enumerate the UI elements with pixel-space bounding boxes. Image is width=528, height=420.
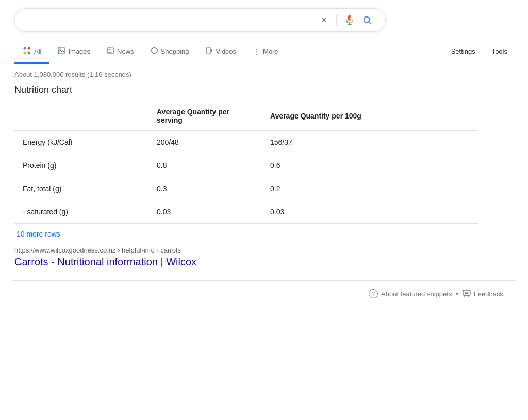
tab-images[interactable]: Images xyxy=(50,41,98,63)
svg-point-9 xyxy=(60,48,61,49)
nutrient-cell: Protein (g) xyxy=(14,154,148,177)
tab-more[interactable]: ⋮ More xyxy=(244,41,287,63)
all-icon xyxy=(23,46,31,56)
nutrition-table: Average Quantity per serving Average Qua… xyxy=(14,104,478,224)
clear-search-button[interactable]: ✕ xyxy=(316,15,332,25)
search-bar-row: carrots nutritional value per 100g ✕ xyxy=(12,8,516,32)
source-section: https://www.wilcoxgoodness.co.nz › helpf… xyxy=(12,240,516,272)
voice-search-button[interactable] xyxy=(341,14,358,26)
tab-all[interactable]: All xyxy=(14,40,50,64)
tab-tools[interactable]: Tools xyxy=(484,41,516,63)
tab-tools-label: Tools xyxy=(492,47,507,55)
svg-point-4 xyxy=(24,47,26,50)
footer-about[interactable]: ? About featured snippets xyxy=(369,289,452,298)
tab-settings[interactable]: Settings xyxy=(443,41,484,63)
per-serving-cell: 0.03 xyxy=(148,200,262,224)
news-icon xyxy=(107,47,114,56)
per-serving-cell: 0.3 xyxy=(148,177,262,200)
table-row: Energy (kJ/Cal) 200/48 156/37 xyxy=(14,131,478,154)
table-row: Fat, total (g) 0.3 0.2 xyxy=(14,177,478,200)
results-count: About 1,080,000 results (1.16 seconds) xyxy=(12,64,516,82)
footer-feedback[interactable]: Feedback xyxy=(463,290,503,298)
more-icon: ⋮ xyxy=(253,47,260,56)
footer-bar: ? About featured snippets • Feedback xyxy=(12,280,516,307)
search-input[interactable]: carrots nutritional value per 100g xyxy=(24,15,316,25)
svg-point-7 xyxy=(28,52,30,54)
svg-marker-16 xyxy=(211,49,212,52)
svg-rect-8 xyxy=(58,47,64,54)
tab-videos-label: Videos xyxy=(216,47,237,55)
svg-rect-15 xyxy=(206,48,211,53)
nav-right: Settings Tools xyxy=(443,41,516,63)
tab-more-label: More xyxy=(263,47,278,55)
nutrient-cell: Energy (kJ/Cal) xyxy=(14,131,148,154)
search-bar: carrots nutritional value per 100g ✕ xyxy=(14,8,386,32)
footer-dot: • xyxy=(456,290,458,298)
feedback-label: Feedback xyxy=(474,290,503,298)
svg-point-6 xyxy=(24,52,26,54)
table-row: Protein (g) 0.8 0.6 xyxy=(14,154,478,177)
images-icon xyxy=(58,47,65,56)
svg-marker-14 xyxy=(151,47,157,54)
source-url: https://www.wilcoxgoodness.co.nz › helpf… xyxy=(14,246,514,254)
source-url-text: https://www.wilcoxgoodness.co.nz › helpf… xyxy=(14,246,181,254)
per-100g-cell: 156/37 xyxy=(262,131,478,154)
tab-shopping[interactable]: Shopping xyxy=(142,41,197,63)
per-serving-cell: 200/48 xyxy=(148,131,262,154)
nutrition-title: Nutrition chart xyxy=(14,85,516,95)
per-serving-cell: 0.8 xyxy=(148,154,262,177)
per-100g-cell: 0.03 xyxy=(262,200,478,224)
svg-line-3 xyxy=(369,22,371,24)
page-wrapper: carrots nutritional value per 100g ✕ xyxy=(0,0,528,420)
videos-icon xyxy=(206,47,213,56)
svg-rect-17 xyxy=(463,290,470,295)
source-title-link[interactable]: Carrots - Nutritional information | Wilc… xyxy=(14,256,196,268)
nutrient-cell: Fat, total (g) xyxy=(14,177,148,200)
question-icon: ? xyxy=(369,289,378,298)
about-snippets-label: About featured snippets xyxy=(381,290,452,298)
tab-settings-label: Settings xyxy=(451,47,475,55)
tab-news[interactable]: News xyxy=(98,41,142,63)
per-100g-cell: 0.6 xyxy=(262,154,478,177)
microphone-icon xyxy=(344,14,355,26)
tab-videos[interactable]: Videos xyxy=(197,41,245,63)
nav-tabs: All Images News xyxy=(12,40,516,64)
tab-news-label: News xyxy=(117,47,134,55)
search-submit-button[interactable] xyxy=(358,14,376,26)
search-divider xyxy=(336,14,337,26)
feedback-icon xyxy=(463,290,471,298)
per-100g-cell: 0.2 xyxy=(262,177,478,200)
svg-point-5 xyxy=(28,47,30,50)
shopping-icon xyxy=(151,47,158,56)
tab-shopping-label: Shopping xyxy=(161,47,189,55)
tab-images-label: Images xyxy=(68,47,90,55)
col-per-serving-header: Average Quantity per serving xyxy=(148,104,262,131)
search-icon xyxy=(361,14,373,26)
more-rows-link[interactable]: 10 more rows xyxy=(14,224,60,240)
nutrition-section: Nutrition chart Average Quantity per ser… xyxy=(12,82,516,240)
nutrient-cell: - saturated (g) xyxy=(14,200,148,224)
tab-all-label: All xyxy=(34,47,41,55)
table-row: - saturated (g) 0.03 0.03 xyxy=(14,200,478,224)
col-nutrient-header xyxy=(14,104,148,131)
col-per-100g-header: Average Quantity per 100g xyxy=(262,104,478,131)
